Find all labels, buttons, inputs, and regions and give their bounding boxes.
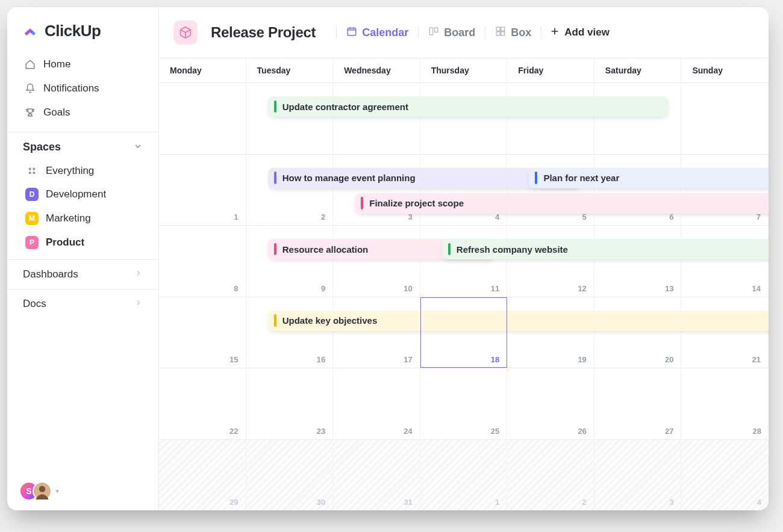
- svg-rect-8: [497, 27, 501, 31]
- calendar-day[interactable]: 16: [246, 297, 334, 368]
- calendar-day[interactable]: 20: [594, 297, 682, 368]
- calendar-event[interactable]: Finalize project scope: [355, 193, 769, 214]
- calendar-day[interactable]: 31: [333, 440, 420, 511]
- day-number: 10: [404, 284, 412, 293]
- calendar-day[interactable]: 2: [507, 440, 594, 511]
- view-tab-calendar[interactable]: Calendar: [337, 22, 418, 43]
- calendar-day[interactable]: 3: [594, 440, 682, 511]
- calendar-day[interactable]: 21: [681, 297, 769, 368]
- calendar-day[interactable]: 25: [420, 368, 508, 439]
- add-view-button[interactable]: Add view: [541, 23, 618, 43]
- space-item-marketing[interactable]: M Marketing: [22, 206, 149, 230]
- event-title: Resource allocation: [282, 244, 369, 255]
- nav-item-home[interactable]: Home: [16, 52, 150, 76]
- spaces-header[interactable]: Spaces: [7, 132, 158, 159]
- calendar-day[interactable]: 24: [333, 368, 420, 439]
- calendar-day[interactable]: 10: [333, 226, 420, 297]
- calendar-day[interactable]: 28: [681, 368, 769, 439]
- calendar-day[interactable]: 12: [507, 226, 594, 297]
- calendar-day[interactable]: 3: [333, 155, 420, 226]
- calendar-day[interactable]: 4: [681, 440, 769, 511]
- nav-item-goals[interactable]: Goals: [16, 101, 150, 125]
- day-number: 2: [321, 212, 325, 221]
- calendar-day[interactable]: 5: [507, 155, 594, 226]
- day-number: 14: [752, 284, 761, 293]
- calendar-day[interactable]: 30: [246, 440, 334, 511]
- day-number: 22: [229, 427, 238, 436]
- calendar-day[interactable]: [507, 83, 594, 154]
- calendar-day[interactable]: 2: [246, 155, 334, 226]
- calendar-day[interactable]: 11: [420, 226, 508, 297]
- day-number: 21: [752, 355, 761, 364]
- calendar-day[interactable]: 29: [159, 440, 246, 511]
- day-number: 4: [757, 498, 761, 507]
- spaces-title: Spaces: [23, 141, 61, 153]
- svg-rect-9: [501, 27, 505, 31]
- calendar-day[interactable]: 9: [246, 226, 334, 297]
- day-number: 28: [753, 427, 761, 436]
- day-number: 3: [408, 212, 412, 221]
- weekday-label: Friday: [507, 58, 594, 82]
- calendar-day[interactable]: 1: [159, 155, 246, 226]
- calendar-day[interactable]: 6: [594, 155, 682, 226]
- calendar-event[interactable]: Plan for next year: [529, 168, 769, 188]
- nav-item-notifications[interactable]: Notifications: [16, 76, 150, 101]
- view-tab-board[interactable]: Board: [419, 22, 485, 43]
- view-label: Calendar: [362, 26, 408, 39]
- svg-rect-10: [497, 31, 501, 35]
- calendar-day[interactable]: 8: [159, 226, 246, 297]
- space-item-product[interactable]: P Product: [22, 230, 149, 255]
- calendar-event[interactable]: Update contractor agreement: [268, 96, 669, 117]
- project-title: Release Project: [211, 24, 316, 41]
- sidebar-section-docs[interactable]: Docs: [7, 289, 158, 318]
- calendar-day[interactable]: [333, 83, 420, 154]
- calendar-day[interactable]: 19: [507, 297, 594, 368]
- calendar-event[interactable]: Refresh company website: [442, 239, 769, 259]
- event-color-bar: [361, 197, 363, 209]
- avatar[interactable]: [33, 481, 52, 501]
- day-number: 11: [491, 284, 499, 293]
- calendar-day[interactable]: 26: [507, 368, 594, 439]
- calendar-day[interactable]: 23: [246, 368, 334, 439]
- weekday-row: MondayTuesdayWednesdayThursdayFridaySatu…: [159, 58, 769, 83]
- chevron-down-icon: [133, 141, 143, 153]
- calendar-day[interactable]: [420, 83, 508, 154]
- add-view-label: Add view: [564, 26, 610, 39]
- view-label: Box: [511, 26, 531, 39]
- calendar-day[interactable]: [159, 83, 246, 154]
- calendar-event[interactable]: Update key objectives: [268, 311, 769, 331]
- calendar-day[interactable]: 15: [159, 297, 246, 368]
- svg-point-1: [33, 168, 35, 170]
- day-number: 7: [756, 212, 761, 221]
- svg-point-2: [29, 172, 31, 174]
- event-color-bar: [274, 243, 276, 255]
- calendar-day[interactable]: 4: [420, 155, 508, 226]
- calendar-day[interactable]: 17: [333, 297, 420, 368]
- view-tab-box[interactable]: Box: [485, 22, 541, 43]
- calendar-day[interactable]: 7: [681, 155, 769, 226]
- calendar-day[interactable]: [246, 83, 334, 154]
- space-item-everything[interactable]: Everything: [22, 159, 149, 182]
- calendar-week: 22232425262728: [159, 368, 769, 440]
- space-item-development[interactable]: D Development: [22, 182, 149, 206]
- main-header: Release Project Calendar Board Box: [159, 7, 769, 58]
- brand-name: ClickUp: [45, 22, 101, 40]
- calendar-day[interactable]: [681, 83, 769, 154]
- calendar-day[interactable]: 22: [159, 368, 246, 439]
- nav-label: Notifications: [43, 82, 99, 94]
- calendar-day[interactable]: [594, 83, 682, 154]
- clickup-logo-icon: [22, 23, 39, 40]
- calendar-day[interactable]: 14: [681, 226, 769, 297]
- day-number: 26: [578, 427, 586, 436]
- weekday-label: Monday: [159, 58, 246, 82]
- sidebar-section-dashboards[interactable]: Dashboards: [7, 259, 158, 289]
- calendar-weeks: Update contractor agreement1234567How to…: [159, 83, 769, 510]
- event-color-bar: [274, 314, 276, 326]
- calendar-day[interactable]: 18: [420, 297, 508, 368]
- calendar-week: 891011121314Resource allocationRefresh c…: [159, 226, 769, 297]
- calendar-day[interactable]: 1: [420, 440, 508, 511]
- calendar: MondayTuesdayWednesdayThursdayFridaySatu…: [159, 58, 769, 510]
- calendar-day[interactable]: 13: [594, 226, 682, 297]
- calendar-day[interactable]: 27: [594, 368, 682, 439]
- caret-down-icon[interactable]: ▾: [55, 487, 59, 495]
